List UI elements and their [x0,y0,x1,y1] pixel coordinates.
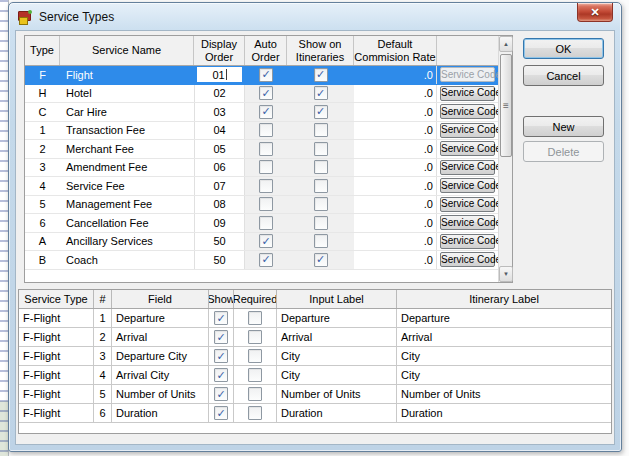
auto-order-checkbox[interactable] [259,160,273,174]
service-codes-button[interactable]: Service Codes [440,67,495,82]
service-type-row[interactable]: HHotel02✓✓.0Service Codes [25,85,498,104]
show-on-itineraries-checkbox[interactable]: ✓ [314,68,328,82]
show-on-itineraries-checkbox[interactable] [314,197,328,211]
cancel-button[interactable]: Cancel [523,65,604,86]
show-on-itineraries-checkbox[interactable]: ✓ [314,253,328,267]
scroll-thumb[interactable]: ≡ [500,54,512,157]
display-order-cell[interactable]: 04 [194,122,245,140]
auto-order-checkbox[interactable]: ✓ [259,234,273,248]
display-order-cell[interactable]: 08 [194,196,245,214]
service-type-row[interactable]: 1Transaction Fee04.0Service Codes [25,122,498,141]
field-row[interactable]: F-Flight2Arrival✓ArrivalArrival [19,328,611,347]
display-order-cell[interactable]: 03 [194,103,245,121]
show-on-itineraries-checkbox[interactable] [314,160,328,174]
service-type-row[interactable]: 3Amendment Fee06.0Service Codes [25,159,498,178]
auto-order-checkbox[interactable]: ✓ [259,86,273,100]
service-types-dialog: Service Types ✕ Type Service Name Displa… [8,2,622,452]
field-row[interactable]: F-Flight1Departure✓DepartureDeparture [19,309,611,328]
close-button[interactable]: ✕ [577,3,613,22]
fields-rows: F-Flight1Departure✓DepartureDepartureF-F… [19,309,611,423]
show-on-itineraries-checkbox[interactable] [314,142,328,156]
field-row[interactable]: F-Flight4Arrival City✓CityCity [19,366,611,385]
required-checkbox[interactable] [248,349,262,363]
service-type-row[interactable]: 2Merchant Fee05.0Service Codes [25,140,498,159]
service-codes-cell: Service Codes [437,122,498,140]
field-row[interactable]: F-Flight3Departure City✓CityCity [19,347,611,366]
show-checkbox[interactable]: ✓ [214,387,228,401]
service-codes-button[interactable]: Service Codes [440,160,495,175]
show-checkbox[interactable]: ✓ [214,406,228,420]
show-on-itineraries-checkbox[interactable]: ✓ [314,105,328,119]
auto-order-checkbox[interactable] [259,179,273,193]
display-order-cell[interactable]: 50 [194,233,245,251]
required-checkbox[interactable] [248,406,262,420]
required-checkbox[interactable] [248,368,262,382]
display-order-value: 50 [213,254,225,266]
display-order-cell[interactable]: 02 [194,85,245,103]
auto-order-checkbox[interactable]: ✓ [259,253,273,267]
show-on-itineraries-checkbox[interactable] [314,179,328,193]
commission-rate-cell: .0 [354,66,437,84]
field-row[interactable]: F-Flight6Duration✓DurationDuration [19,404,611,423]
service-type-cell: F-Flight [19,328,94,346]
service-codes-cell: Service Codes [437,103,498,121]
service-codes-button[interactable]: Service Codes [440,234,495,249]
required-checkbox[interactable] [248,387,262,401]
auto-order-checkbox[interactable] [259,197,273,211]
service-type-row[interactable]: BCoach50✓✓.0Service Codes [25,251,498,270]
show-checkbox[interactable]: ✓ [214,349,228,363]
display-order-value: 05 [213,143,225,155]
new-button[interactable]: New [523,116,604,137]
auto-order-checkbox[interactable]: ✓ [259,105,273,119]
ok-button[interactable]: OK [523,38,604,59]
vertical-scrollbar[interactable]: ▲ ≡ ▼ [498,36,512,282]
auto-order-checkbox[interactable] [259,216,273,230]
service-codes-button[interactable]: Service Codes [440,104,495,119]
commission-rate-cell: .0 [354,85,437,103]
input-label-cell: Arrival [277,328,397,346]
auto-order-checkbox[interactable]: ✓ [259,68,273,82]
show-on-itineraries-checkbox[interactable] [314,234,328,248]
display-order-cell[interactable]: 01 [194,66,245,84]
header-required: Required [234,290,277,308]
auto-order-checkbox[interactable] [259,142,273,156]
required-checkbox[interactable] [248,330,262,344]
service-codes-button[interactable]: Service Codes [440,178,495,193]
show-on-itineraries-checkbox[interactable]: ✓ [314,86,328,100]
service-codes-button[interactable]: Service Codes [440,141,495,156]
service-type-row[interactable]: AAncillary Services50✓.0Service Codes [25,233,498,252]
number-cell: 3 [94,347,112,365]
display-order-cell[interactable]: 06 [194,159,245,177]
display-order-input[interactable]: 01 [197,67,242,82]
service-codes-button[interactable]: Service Codes [440,197,495,212]
show-checkbox[interactable]: ✓ [214,330,228,344]
display-order-cell[interactable]: 09 [194,214,245,232]
field-cell: Duration [112,404,209,422]
service-codes-button[interactable]: Service Codes [440,215,495,230]
scroll-up-button[interactable]: ▲ [499,36,513,52]
show-on-itineraries-checkbox[interactable] [314,216,328,230]
scroll-down-button[interactable]: ▼ [499,266,513,282]
title-bar[interactable]: Service Types ✕ [9,3,621,31]
service-type-row[interactable]: 5Management Fee08.0Service Codes [25,196,498,215]
display-order-cell[interactable]: 50 [194,251,245,269]
service-type-row[interactable]: 4Service Fee07.0Service Codes [25,177,498,196]
service-codes-button[interactable]: Service Codes [440,252,495,267]
show-on-itineraries-checkbox[interactable] [314,123,328,137]
itinerary-label-cell: City [397,347,611,365]
service-type-row[interactable]: CCar Hire03✓✓.0Service Codes [25,103,498,122]
service-codes-button[interactable]: Service Codes [440,123,495,138]
show-checkbox[interactable]: ✓ [214,311,228,325]
field-row[interactable]: F-Flight5Number of Units✓Number of Units… [19,385,611,404]
display-order-cell[interactable]: 07 [194,177,245,195]
service-type-row[interactable]: 6Cancellation Fee09.0Service Codes [25,214,498,233]
header-auto-order: AutoOrder [245,36,287,65]
display-order-cell[interactable]: 05 [194,140,245,158]
auto-order-checkbox[interactable] [259,123,273,137]
type-cell: A [25,233,60,251]
show-checkbox[interactable]: ✓ [214,368,228,382]
service-type-row[interactable]: FFlight01✓✓.0Service Codes [25,66,498,85]
service-codes-button[interactable]: Service Codes [440,86,495,101]
required-checkbox[interactable] [248,311,262,325]
delete-button[interactable]: Delete [523,141,604,162]
